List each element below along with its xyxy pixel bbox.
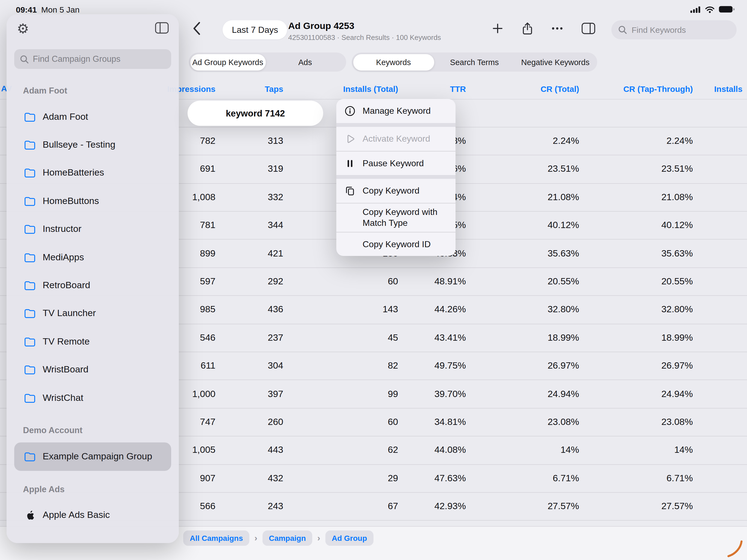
- segmented-control-keyword-type: KeywordsSearch TermsNegative Keywords: [352, 52, 597, 72]
- sidebar-item-tv-remote[interactable]: TV Remote: [14, 328, 171, 356]
- sidebar-left-icon: [155, 22, 169, 36]
- menu-item-label: Activate Keyword: [363, 130, 448, 148]
- sidebar-item-label: Instructor: [43, 224, 81, 235]
- sidebar-item-homebuttons[interactable]: HomeButtons: [14, 187, 171, 215]
- cell-installs: 60: [283, 276, 398, 287]
- sidebar-item-label: MediApps: [43, 252, 84, 263]
- menu-item-copy-keyword-with-match-type[interactable]: Copy Keyword with Match Type: [336, 203, 456, 232]
- share-button[interactable]: [518, 21, 536, 38]
- folder-icon: [24, 196, 36, 207]
- sidebar-item-label: TV Launcher: [43, 308, 96, 319]
- date-range-button[interactable]: Last 7 Days: [223, 20, 287, 40]
- play-icon: [344, 133, 356, 145]
- status-time: 09:41: [16, 5, 37, 14]
- column-header-installs-total[interactable]: Installs (Total): [283, 84, 398, 94]
- annotation-stroke: [718, 539, 744, 560]
- menu-item-copy-keyword-id[interactable]: Copy Keyword ID: [336, 232, 456, 256]
- cell-cr-total: 24.94%: [466, 388, 579, 400]
- wifi-icon: [705, 5, 715, 15]
- page-title-block: Ad Group 4253 425301100583 · Search Resu…: [288, 21, 441, 42]
- sidebar-toggle-button[interactable]: [155, 22, 169, 35]
- cell-cr-tap: 27.57%: [579, 501, 693, 512]
- column-header-taps[interactable]: Taps: [215, 84, 283, 94]
- column-header-cr-total[interactable]: CR (Total): [466, 84, 579, 94]
- cell-taps: 421: [215, 248, 283, 259]
- column-header-installs-clipped[interactable]: Installs: [693, 84, 747, 94]
- folder-icon: [24, 280, 36, 291]
- sidebar-item-label: HomeButtons: [43, 196, 99, 207]
- column-header-ttr[interactable]: TTR: [398, 84, 466, 94]
- search-placeholder: Find Keywords: [632, 25, 686, 34]
- breadcrumb: All Campaigns›Campaign›Ad Group: [183, 531, 374, 546]
- cell-cr-tap: 2.24%: [579, 136, 693, 147]
- search-placeholder: Find Campaign Groups: [33, 54, 121, 64]
- cell-installs: 67: [283, 501, 398, 512]
- back-button[interactable]: [190, 22, 202, 37]
- menu-item-activate-keyword: Activate Keyword: [336, 127, 456, 151]
- menu-item-pause-keyword[interactable]: Pause Keyword: [336, 151, 456, 175]
- menu-item-manage-keyword[interactable]: Manage Keyword: [336, 99, 456, 123]
- add-button[interactable]: [489, 21, 506, 38]
- sidebar-item-mediapps[interactable]: MediApps: [14, 244, 171, 272]
- sidebar-item-retroboard[interactable]: RetroBoard: [14, 272, 171, 300]
- sidebar-item-wristchat[interactable]: WristChat: [14, 384, 171, 412]
- cell-ttr: 47.63%: [398, 473, 466, 484]
- sidebar-item-label: HomeBatteries: [43, 168, 104, 179]
- folder-icon: [24, 139, 36, 150]
- cell-installs: 45: [283, 332, 398, 343]
- breadcrumb-item-campaign[interactable]: Campaign: [262, 531, 312, 546]
- sidebar-item-instructor[interactable]: Instructor: [14, 215, 171, 244]
- segment-negative-keywords[interactable]: Negative Keywords: [515, 54, 596, 70]
- sidebar-item-bullseye-testing[interactable]: Bullseye - Testing: [14, 131, 171, 159]
- sidebar-item-apple-ads-basic[interactable]: Apple Ads Basic: [14, 501, 171, 529]
- cell-taps: 436: [215, 304, 283, 315]
- segment-keywords[interactable]: Keywords: [353, 54, 434, 70]
- cell-taps: 397: [215, 388, 283, 400]
- sidebar-item-label: WristChat: [43, 392, 83, 403]
- sidebar-item-homebatteries[interactable]: HomeBatteries: [14, 159, 171, 187]
- sidebar-item-example-campaign-group[interactable]: Example Campaign Group: [14, 443, 171, 471]
- battery-icon: [719, 5, 735, 15]
- segment-search-terms[interactable]: Search Terms: [434, 54, 515, 70]
- more-button[interactable]: [548, 21, 566, 38]
- segment-ad-group-keywords[interactable]: Ad Group Keywords: [190, 54, 265, 70]
- folder-icon: [24, 392, 36, 403]
- cell-ttr: 44.08%: [398, 445, 466, 456]
- context-menu: Manage KeywordActivate KeywordPause Keyw…: [336, 99, 456, 256]
- sidebar-item-wristboard[interactable]: WristBoard: [14, 356, 171, 384]
- column-header-cr-tap-through[interactable]: CR (Tap-Through): [579, 84, 693, 94]
- menu-item-copy-keyword[interactable]: Copy Keyword: [336, 179, 456, 203]
- cell-ttr: 39.70%: [398, 388, 466, 400]
- keywords-search-input[interactable]: Find Keywords: [611, 20, 737, 40]
- chevron-left-icon: [192, 21, 200, 38]
- cell-cr-tap: 40.12%: [579, 220, 693, 231]
- cell-taps: 237: [215, 332, 283, 343]
- cell-cr-total: 26.97%: [466, 360, 579, 371]
- cell-cr-total: 18.99%: [466, 332, 579, 343]
- chevron-right-icon: ›: [317, 534, 320, 542]
- cell-taps: 432: [215, 473, 283, 484]
- panel-toggle-button[interactable]: [579, 21, 597, 38]
- chevron-right-icon: ›: [255, 534, 258, 542]
- folder-icon: [24, 168, 36, 179]
- sidebar-item-label: Adam Foot: [43, 111, 88, 122]
- folder-icon: [24, 252, 36, 263]
- campaign-groups-search-input[interactable]: Find Campaign Groups: [14, 49, 171, 69]
- sidebar-item-label: WristBoard: [43, 364, 88, 375]
- cell-taps: 243: [215, 501, 283, 512]
- sidebar-panel: ⚙ Find Campaign Groups Adam FootAdam Foo…: [6, 14, 179, 543]
- cell-installs: 60: [283, 417, 398, 428]
- gear-icon: ⚙: [17, 22, 29, 35]
- settings-button[interactable]: ⚙: [15, 21, 31, 36]
- cell-cr-total: 6.71%: [466, 473, 579, 484]
- cell-ttr: 48.91%: [398, 276, 466, 287]
- cell-cr-tap: 20.55%: [579, 276, 693, 287]
- cell-taps: 260: [215, 417, 283, 428]
- cell-ttr: 49.75%: [398, 360, 466, 371]
- breadcrumb-item-all-campaigns[interactable]: All Campaigns: [183, 531, 250, 546]
- sidebar-item-adam-foot[interactable]: Adam Foot: [14, 103, 171, 131]
- sidebar-item-tv-launcher[interactable]: TV Launcher: [14, 299, 171, 328]
- search-icon: [20, 54, 29, 64]
- breadcrumb-item-ad-group[interactable]: Ad Group: [325, 531, 374, 546]
- segment-ads[interactable]: Ads: [265, 54, 345, 70]
